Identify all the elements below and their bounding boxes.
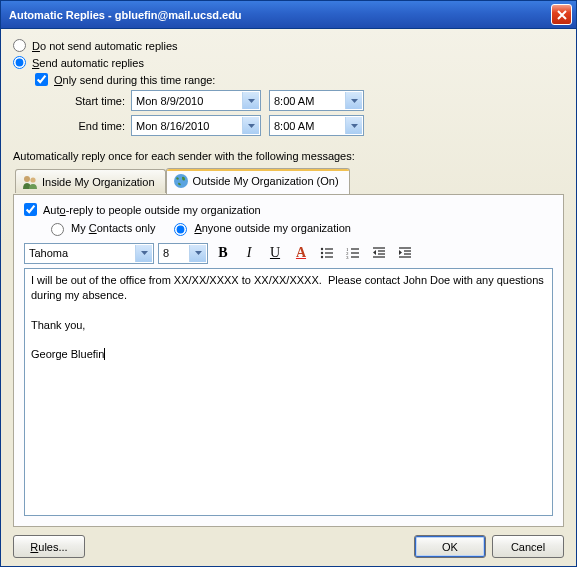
tab-outside-organization[interactable]: Outside My Organization (On) <box>166 168 350 194</box>
end-hour-value: 8:00 AM <box>274 120 314 132</box>
increase-indent-button[interactable] <box>394 242 416 264</box>
send-radio-row[interactable]: Send automatic replies <box>13 56 564 69</box>
outside-scope-radios: My Contacts only Anyone outside my organ… <box>46 220 553 236</box>
start-hour-value: 8:00 AM <box>274 95 314 107</box>
message-body: I will be out of the office from XX/XX/X… <box>31 274 547 360</box>
dialog-body: Do not send automatic replies Send autom… <box>1 29 576 566</box>
outside-panel: Auto-reply to people outside my organiza… <box>13 194 564 527</box>
svg-point-3 <box>321 248 323 250</box>
decrease-indent-button[interactable] <box>368 242 390 264</box>
end-time-label: End time: <box>61 120 131 132</box>
start-date-value: Mon 8/9/2010 <box>136 95 203 107</box>
dropdown-icon <box>345 92 362 109</box>
tab-strip: Inside My Organization Outside My Organi… <box>15 168 564 194</box>
svg-point-0 <box>24 176 30 182</box>
tab-inside-organization[interactable]: Inside My Organization <box>15 169 166 193</box>
start-date-combo[interactable]: Mon 8/9/2010 <box>131 90 261 111</box>
do-not-send-label: Do not send automatic replies <box>32 40 178 52</box>
window-title: Automatic Replies - gbluefin@mail.ucsd.e… <box>9 9 551 21</box>
close-button[interactable] <box>551 4 572 25</box>
font-size-value: 8 <box>163 247 169 259</box>
font-size-combo[interactable]: 8 <box>158 243 208 264</box>
cancel-button[interactable]: Cancel <box>492 535 564 558</box>
bullet-list-button[interactable] <box>316 242 338 264</box>
end-date-combo[interactable]: Mon 8/16/2010 <box>131 115 261 136</box>
anyone-outside-radio[interactable] <box>174 223 187 236</box>
contacts-only-label: My Contacts only <box>71 222 155 234</box>
anyone-outside-row[interactable]: Anyone outside my organization <box>169 220 351 236</box>
dropdown-icon <box>345 117 362 134</box>
format-toolbar: Tahoma 8 B I U A <box>24 242 553 264</box>
close-icon <box>557 10 567 20</box>
indent-icon <box>398 246 412 260</box>
end-time-row: End time: Mon 8/16/2010 8:00 AM <box>61 115 564 136</box>
underline-button[interactable]: U <box>264 242 286 264</box>
ok-button[interactable]: OK <box>414 535 486 558</box>
font-value: Tahoma <box>29 247 68 259</box>
automatic-replies-dialog: Automatic Replies - gbluefin@mail.ucsd.e… <box>0 0 577 567</box>
auto-reply-outside-row[interactable]: Auto-reply to people outside my organiza… <box>24 203 553 216</box>
numbered-list-icon: 1 2 3 <box>346 246 360 260</box>
svg-point-2 <box>174 174 188 188</box>
start-time-label: Start time: <box>61 95 131 107</box>
dropdown-icon <box>242 117 259 134</box>
people-icon <box>22 174 38 190</box>
dropdown-icon <box>135 245 152 262</box>
font-color-button[interactable]: A <box>290 242 312 264</box>
reply-section-label: Automatically reply once for each sender… <box>13 150 564 162</box>
font-combo[interactable]: Tahoma <box>24 243 154 264</box>
message-editor[interactable]: I will be out of the office from XX/XX/X… <box>24 268 553 516</box>
text-caret <box>104 348 105 360</box>
tab-inside-label: Inside My Organization <box>42 176 155 188</box>
auto-reply-outside-checkbox[interactable] <box>24 203 37 216</box>
contacts-only-radio[interactable] <box>51 223 64 236</box>
svg-point-1 <box>30 177 35 182</box>
only-send-range-row[interactable]: Only send during this time range: <box>35 73 564 86</box>
dropdown-icon <box>242 92 259 109</box>
end-hour-combo[interactable]: 8:00 AM <box>269 115 364 136</box>
italic-button[interactable]: I <box>238 242 260 264</box>
start-time-row: Start time: Mon 8/9/2010 8:00 AM <box>61 90 564 111</box>
end-date-value: Mon 8/16/2010 <box>136 120 209 132</box>
titlebar: Automatic Replies - gbluefin@mail.ucsd.e… <box>1 1 576 29</box>
send-radio[interactable] <box>13 56 26 69</box>
bullet-list-icon <box>320 246 334 260</box>
do-not-send-radio[interactable] <box>13 39 26 52</box>
anyone-outside-label: Anyone outside my organization <box>194 222 351 234</box>
tab-outside-label: Outside My Organization (On) <box>193 175 339 187</box>
contacts-only-row[interactable]: My Contacts only <box>46 220 155 236</box>
dropdown-icon <box>189 245 206 262</box>
outdent-icon <box>372 246 386 260</box>
bold-button[interactable]: B <box>212 242 234 264</box>
globe-icon <box>173 173 189 189</box>
svg-text:3: 3 <box>346 255 349 260</box>
numbered-list-button[interactable]: 1 2 3 <box>342 242 364 264</box>
auto-reply-outside-label: Auto-reply to people outside my organiza… <box>43 204 261 216</box>
only-send-range-label: Only send during this time range: <box>54 74 215 86</box>
do-not-send-radio-row[interactable]: Do not send automatic replies <box>13 39 564 52</box>
rules-button[interactable]: Rules... <box>13 535 85 558</box>
start-hour-combo[interactable]: 8:00 AM <box>269 90 364 111</box>
send-label: Send automatic replies <box>32 57 144 69</box>
dialog-buttons: Rules... OK Cancel <box>13 527 564 558</box>
svg-point-7 <box>321 256 323 258</box>
svg-point-5 <box>321 252 323 254</box>
only-send-range-checkbox[interactable] <box>35 73 48 86</box>
